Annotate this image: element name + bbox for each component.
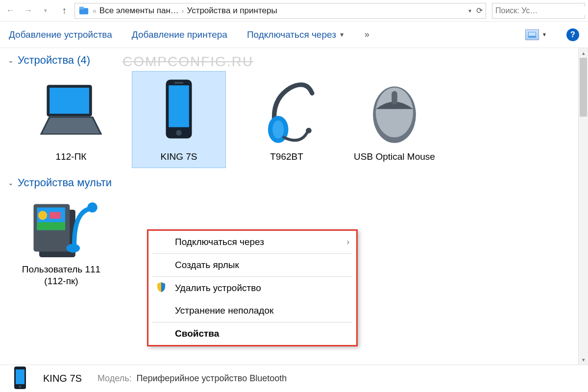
content-area: COMPCONFIG.RU ⌄ Устройства (4) 112-ПК bbox=[0, 48, 588, 365]
svg-point-25 bbox=[87, 202, 98, 213]
mouse-icon bbox=[358, 74, 431, 148]
details-model-label: Модель: bbox=[98, 373, 132, 384]
svg-point-24 bbox=[66, 244, 80, 252]
ctx-connect-via-label: Подключаться через bbox=[175, 237, 264, 247]
svg-rect-17 bbox=[392, 91, 397, 104]
breadcrumb-segment-2[interactable]: Устройства и принтеры bbox=[187, 6, 277, 16]
svg-rect-1 bbox=[79, 6, 84, 9]
device-label: KING 7S bbox=[161, 151, 197, 163]
view-mode-dropdown[interactable]: ▼ bbox=[542, 32, 547, 37]
device-item-laptop[interactable]: 112-ПК bbox=[24, 72, 118, 168]
connect-via-label: Подключаться через bbox=[247, 29, 336, 40]
svg-point-10 bbox=[176, 130, 182, 136]
svg-rect-11 bbox=[174, 82, 183, 83]
svg-rect-5 bbox=[49, 88, 89, 114]
add-printer-button[interactable]: Добавление принтера bbox=[132, 29, 227, 40]
svg-rect-9 bbox=[169, 85, 189, 127]
svg-rect-3 bbox=[529, 32, 536, 36]
search-box[interactable]: 🔍 bbox=[492, 3, 585, 19]
connect-via-button[interactable]: Подключаться через ▼ bbox=[247, 29, 345, 40]
scroll-up-button[interactable]: ▴ bbox=[582, 48, 585, 58]
svg-rect-22 bbox=[37, 222, 65, 230]
nav-forward-button[interactable]: → bbox=[21, 3, 35, 18]
svg-point-21 bbox=[38, 211, 47, 220]
chevron-right-icon: › bbox=[347, 238, 349, 246]
phone-icon bbox=[142, 74, 216, 148]
view-mode-button[interactable] bbox=[525, 29, 539, 40]
breadcrumb-dropdown[interactable]: ▾ bbox=[468, 7, 471, 14]
breadcrumb-segment-1[interactable]: Все элементы пан… bbox=[99, 6, 179, 16]
device-item-headset[interactable]: T962BT bbox=[240, 72, 333, 168]
svg-rect-27 bbox=[16, 369, 24, 384]
scroll-down-button[interactable]: ▾ bbox=[582, 355, 585, 365]
add-device-label: Добавление устройства bbox=[9, 29, 112, 40]
toolbar-overflow-button[interactable]: » bbox=[365, 29, 369, 40]
group-devices-title: Устройства (4) bbox=[18, 54, 90, 67]
control-panel-icon bbox=[78, 5, 90, 17]
details-model-value: Периферийное устройство Bluetooth bbox=[137, 373, 287, 384]
device-label: T962BT bbox=[270, 151, 303, 163]
help-button[interactable]: ? bbox=[566, 28, 579, 41]
details-phone-icon bbox=[8, 368, 32, 390]
details-pane: KING 7S Модель: Периферийное устройство … bbox=[0, 365, 588, 392]
chevron-down-icon: ⌄ bbox=[8, 56, 14, 64]
ctx-create-shortcut[interactable]: Создать ярлык bbox=[148, 254, 356, 276]
group-multimedia-title: Устройства мульти bbox=[18, 176, 112, 189]
svg-point-14 bbox=[306, 127, 312, 133]
details-device-name: KING 7S bbox=[43, 373, 82, 384]
ctx-properties[interactable]: Свойства bbox=[148, 322, 356, 345]
svg-point-13 bbox=[272, 120, 284, 138]
ctx-remove-device[interactable]: Удалить устройство bbox=[148, 277, 356, 299]
chevron-down-icon: ⌄ bbox=[8, 179, 14, 187]
scroll-track[interactable] bbox=[579, 58, 588, 355]
device-label: 112-ПК bbox=[56, 151, 87, 163]
watermark: COMPCONFIG.RU bbox=[122, 54, 253, 70]
media-device-label: Пользователь 111 (112-пк) bbox=[22, 264, 101, 287]
ctx-troubleshoot-label: Устранение неполадок bbox=[175, 305, 273, 316]
media-device-item[interactable]: Пользователь 111 (112-пк) bbox=[20, 194, 103, 292]
nav-up-button[interactable]: ↑ bbox=[57, 3, 72, 18]
toolbar: Добавление устройства Добавление принтер… bbox=[0, 22, 588, 48]
vertical-scrollbar[interactable]: ▴ ▾ bbox=[578, 48, 588, 365]
group-multimedia-header[interactable]: ⌄ Устройства мульти bbox=[0, 171, 588, 191]
ctx-troubleshoot[interactable]: Устранение неполадок bbox=[148, 299, 356, 322]
chevron-right-icon: › bbox=[182, 7, 184, 15]
mediabox-icon bbox=[24, 197, 98, 261]
device-label: USB Optical Mouse bbox=[354, 151, 435, 163]
headset-icon bbox=[250, 74, 323, 148]
devices-row: 112-ПК KING 7S bbox=[0, 69, 588, 168]
device-item-mouse[interactable]: USB Optical Mouse bbox=[348, 72, 441, 168]
nav-arrows: ← → ▾ bbox=[3, 3, 53, 18]
laptop-icon bbox=[34, 74, 108, 148]
nav-recent-button[interactable]: ▾ bbox=[38, 3, 53, 18]
address-bar: ← → ▾ ↑ « Все элементы пан… › Устройства… bbox=[0, 0, 588, 22]
svg-point-28 bbox=[19, 385, 22, 388]
context-menu: Подключаться через › Создать ярлык Удали… bbox=[147, 229, 358, 346]
refresh-button[interactable]: ⟳ bbox=[476, 6, 483, 15]
add-printer-label: Добавление принтера bbox=[132, 29, 227, 40]
svg-rect-23 bbox=[49, 212, 61, 219]
nav-back-button[interactable]: ← bbox=[3, 3, 18, 18]
search-input[interactable] bbox=[495, 6, 588, 15]
ctx-connect-via[interactable]: Подключаться через › bbox=[148, 231, 356, 253]
breadcrumb[interactable]: « Все элементы пан… › Устройства и принт… bbox=[74, 3, 486, 19]
scroll-thumb[interactable] bbox=[580, 58, 587, 117]
details-model: Модель: Периферийное устройство Bluetoot… bbox=[98, 373, 287, 384]
device-item-phone[interactable]: KING 7S bbox=[132, 72, 225, 168]
svg-marker-7 bbox=[42, 118, 100, 133]
ctx-remove-device-label: Удалить устройство bbox=[175, 283, 261, 294]
chevron-down-icon: ▼ bbox=[339, 31, 345, 38]
group-devices-header[interactable]: ⌄ Устройства (4) bbox=[0, 48, 588, 69]
ctx-create-shortcut-label: Создать ярлык bbox=[175, 260, 239, 270]
shield-icon bbox=[156, 282, 166, 295]
breadcrumb-chevron-left-icon: « bbox=[93, 7, 97, 15]
ctx-properties-label: Свойства bbox=[175, 328, 219, 339]
add-device-button[interactable]: Добавление устройства bbox=[9, 29, 112, 40]
